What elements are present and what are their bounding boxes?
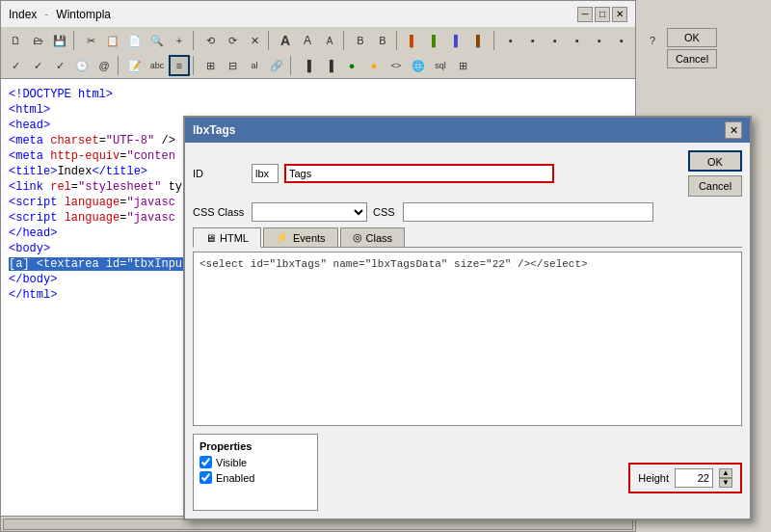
tb-delete[interactable]: ✕ bbox=[244, 30, 265, 51]
close-button[interactable]: ✕ bbox=[612, 7, 627, 22]
tb2-check1[interactable]: ✓ bbox=[5, 55, 26, 76]
toolbar-right-buttons: OK Cancel bbox=[667, 28, 717, 68]
tb2-at[interactable]: @ bbox=[93, 55, 115, 76]
events-icon: ⚡ bbox=[276, 231, 289, 244]
css-class-label: CSS Class bbox=[193, 206, 246, 218]
tb-color4[interactable]: ▌ bbox=[469, 30, 491, 51]
dialog-close-button[interactable]: ✕ bbox=[725, 121, 742, 139]
height-decrement-button[interactable]: ▼ bbox=[719, 478, 732, 488]
tb-rect4[interactable]: ▪ bbox=[567, 30, 588, 51]
tb2-check2[interactable]: ✓ bbox=[27, 55, 48, 76]
tb-find[interactable]: 🔍 bbox=[146, 30, 168, 51]
title-separator: - bbox=[44, 8, 48, 21]
visible-checkbox-row: Visible bbox=[199, 456, 311, 468]
tb2-sep-3 bbox=[290, 56, 294, 75]
tb-undo[interactable]: ⟲ bbox=[199, 30, 221, 51]
tb-font-a2[interactable]: A bbox=[297, 30, 318, 51]
tb-rect1[interactable]: ▪ bbox=[500, 30, 521, 51]
tb2-edit[interactable]: 📝 bbox=[124, 55, 146, 76]
tb2-bar2[interactable]: ▐ bbox=[319, 55, 340, 76]
dialog-ok-button[interactable]: OK bbox=[688, 150, 742, 172]
tb-redo[interactable]: ⟳ bbox=[222, 30, 243, 51]
tb-paste[interactable]: 📄 bbox=[124, 30, 146, 51]
tb-font-a1[interactable]: A bbox=[275, 30, 296, 51]
id-label: ID bbox=[193, 168, 246, 179]
css-value-input[interactable] bbox=[403, 202, 653, 222]
tb-copy[interactable]: 📋 bbox=[102, 30, 123, 51]
tb2-sql[interactable]: sql bbox=[430, 55, 451, 76]
toolbar-row-1: 🗋 🗁 💾 ✂ 📋 📄 🔍 + ⟲ ⟳ ✕ A A A bbox=[1, 28, 667, 53]
tb2-grid[interactable]: ≡ bbox=[169, 55, 190, 76]
tb-zoom-in[interactable]: + bbox=[169, 30, 190, 51]
tb-open[interactable]: 🗁 bbox=[27, 30, 48, 51]
dialog-cancel-button[interactable]: Cancel bbox=[688, 175, 742, 197]
tb-sep-7 bbox=[635, 31, 639, 50]
tb-rect5[interactable]: ▪ bbox=[589, 30, 610, 51]
main-ok-button[interactable]: OK bbox=[667, 28, 717, 47]
tb2-extra[interactable]: ⊞ bbox=[452, 55, 473, 76]
tb2-dot2[interactable]: ● bbox=[363, 55, 385, 76]
height-input[interactable] bbox=[675, 468, 713, 488]
visible-checkbox[interactable] bbox=[199, 456, 212, 468]
app-name: Wintompla bbox=[56, 8, 111, 21]
tb2-abc[interactable]: abc bbox=[146, 55, 168, 76]
tb2-bar1[interactable]: ▐ bbox=[297, 55, 318, 76]
tb2-p2[interactable]: ⊟ bbox=[222, 55, 243, 76]
tb-color2[interactable]: ▌ bbox=[425, 30, 446, 51]
height-label: Height bbox=[638, 472, 669, 484]
lbxtags-dialog: lbxTags ✕ ID OK Cancel CSS Class CSS bbox=[183, 116, 752, 520]
css-class-select[interactable] bbox=[252, 202, 367, 222]
title-bar-left: Index - Wintompla bbox=[9, 8, 111, 21]
tb-bold[interactable]: B bbox=[350, 30, 371, 51]
id-prefix-input[interactable] bbox=[252, 164, 279, 183]
tb2-globe[interactable]: 🌐 bbox=[408, 55, 429, 76]
tb-save[interactable]: 💾 bbox=[49, 30, 70, 51]
tb-color3[interactable]: ▌ bbox=[447, 30, 468, 51]
visible-label: Visible bbox=[216, 457, 247, 468]
tb-color1[interactable]: ▌ bbox=[403, 30, 424, 51]
maximize-button[interactable]: □ bbox=[595, 7, 610, 22]
main-cancel-button[interactable]: Cancel bbox=[667, 49, 717, 68]
tb2-check3[interactable]: ✓ bbox=[49, 55, 70, 76]
tb2-clock[interactable]: 🕒 bbox=[71, 55, 93, 76]
tb-sep-6 bbox=[493, 31, 497, 50]
properties-box: Properties Visible Enabled bbox=[193, 434, 318, 511]
tb-sep-3 bbox=[268, 31, 272, 50]
dialog-content: ID OK Cancel CSS Class CSS 🖥 HTML ⚡ bbox=[185, 143, 750, 519]
tab-html[interactable]: 🖥 HTML bbox=[193, 227, 261, 248]
tab-class-label: Class bbox=[366, 232, 393, 244]
toolbar-ok-area: 🗋 🗁 💾 ✂ 📋 📄 🔍 + ⟲ ⟳ ✕ A A A bbox=[1, 28, 635, 78]
minimize-button[interactable]: ─ bbox=[577, 7, 593, 22]
toolbar-row-2: ✓ ✓ ✓ 🕒 @ 📝 abc ≡ ⊞ ⊟ al 🔗 ▐ ▐ bbox=[1, 53, 667, 78]
tb-rect3[interactable]: ▪ bbox=[545, 30, 566, 51]
height-spinner: ▲ ▼ bbox=[719, 468, 732, 488]
tb-rect2[interactable]: ▪ bbox=[522, 30, 544, 51]
tb-help[interactable]: ? bbox=[642, 30, 663, 51]
tab-bar: 🖥 HTML ⚡ Events ◎ Class bbox=[193, 227, 742, 248]
tb2-al[interactable]: al bbox=[244, 55, 265, 76]
tb2-link[interactable]: 🔗 bbox=[266, 55, 287, 76]
tb-bold2[interactable]: B bbox=[372, 30, 393, 51]
html-icon: 🖥 bbox=[205, 232, 216, 244]
class-icon: ◎ bbox=[353, 231, 362, 244]
tab-events[interactable]: ⚡ Events bbox=[263, 227, 338, 247]
tb2-p1[interactable]: ⊞ bbox=[199, 55, 221, 76]
title-bar: Index - Wintompla ─ □ ✕ bbox=[1, 1, 635, 28]
dialog-title: lbxTags bbox=[193, 123, 235, 137]
tb2-dot1[interactable]: ● bbox=[341, 55, 362, 76]
id-value-input[interactable] bbox=[284, 164, 554, 183]
tb-font-a3[interactable]: A bbox=[319, 30, 340, 51]
dialog-code-area[interactable]: <select id="lbxTags" name="lbxTagsData" … bbox=[193, 252, 742, 426]
dialog-bottom: Properties Visible Enabled Height ▲ ▼ bbox=[193, 434, 742, 511]
tb2-code[interactable]: <> bbox=[386, 55, 407, 76]
dialog-title-bar: lbxTags ✕ bbox=[185, 118, 750, 143]
tb-cut[interactable]: ✂ bbox=[80, 30, 101, 51]
enabled-checkbox[interactable] bbox=[199, 471, 212, 484]
tb-rect6[interactable]: ▪ bbox=[611, 30, 632, 51]
css-class-field-row: CSS Class CSS bbox=[193, 202, 742, 222]
window-title: Index bbox=[9, 8, 37, 21]
tb-new[interactable]: 🗋 bbox=[5, 30, 26, 51]
tb-sep-2 bbox=[193, 31, 197, 50]
tab-class[interactable]: ◎ Class bbox=[340, 227, 406, 247]
height-increment-button[interactable]: ▲ bbox=[719, 468, 732, 478]
